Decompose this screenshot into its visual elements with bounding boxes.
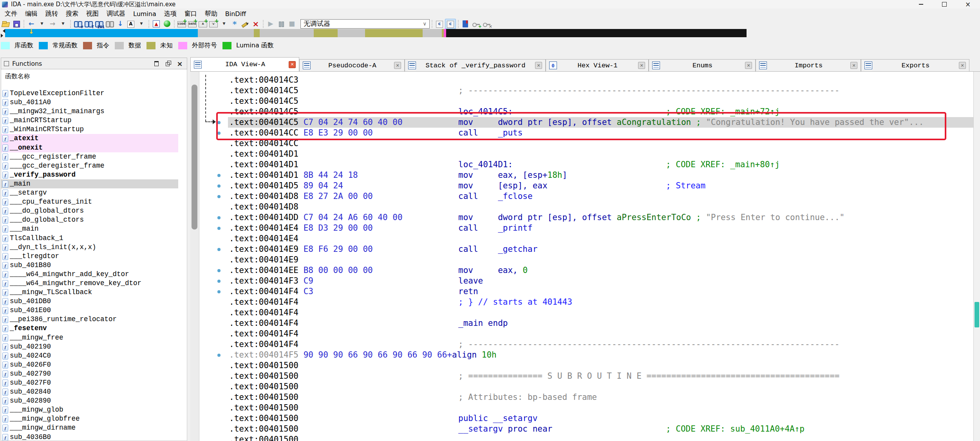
search-names-icon[interactable]: # [73,19,83,29]
make-struct-icon[interactable]: 's' [208,19,219,29]
tab-close-icon[interactable]: ✕ [638,62,645,69]
tab-pseudocode-a[interactable]: Pseudocode-A✕ [299,59,405,71]
function-row[interactable]: f_WinMainCRTStartup [1,125,178,134]
function-row[interactable]: fsub_401DB0 [1,297,178,306]
disasm-row[interactable]: .text:00401500; =============== S U B R … [190,371,980,381]
tab-close-icon[interactable]: ✕ [850,62,857,69]
function-row[interactable]: f__onexit [1,143,178,152]
function-row[interactable]: f___tlregdtor [1,252,178,261]
disasm-row[interactable]: .text:00401500; Attributes: bp-based fra… [190,392,980,403]
make-ascii-icon[interactable]: A [198,19,208,29]
tab-close-icon[interactable]: ✕ [959,62,966,69]
function-row[interactable]: fTopLevelExceptionFilter [1,89,178,98]
debug-stop-icon[interactable]: ■ [287,19,297,29]
navband-segment[interactable] [338,29,365,37]
problems-icon[interactable]: ▲ [151,19,161,29]
tab-stack-of-verify-password[interactable]: Stack of _verify_password✕ [405,59,546,71]
open-file-icon[interactable] [1,19,11,29]
function-row[interactable]: f___cpu_features_init [1,197,178,206]
jump-address-icon[interactable]: ↓ [115,19,125,29]
continue-process-icon[interactable]: c [445,19,456,29]
tab-close-icon[interactable]: ✕ [745,62,752,69]
navband-segment[interactable] [446,29,747,37]
disasm-row[interactable]: .text:004014F5 90 90 90 66 90 66 90 66 9… [190,350,980,360]
function-row[interactable]: f___gcc_deregister_frame [1,161,178,170]
menu-item-文件[interactable]: 文件 [1,9,21,19]
tab-close-icon[interactable]: ✕ [394,62,401,69]
navigation-band[interactable]: ↓ [0,28,980,38]
make-unknown-icon[interactable]: * [230,19,240,29]
menu-item-调试器[interactable]: 调试器 [103,9,129,19]
function-row[interactable]: f__pei386_runtime_relocator [1,315,178,324]
disasm-row[interactable]: .text:004014D5 89 04 24mov [esp], eax; S… [190,181,980,191]
make-code-icon[interactable]: CODE [177,19,187,29]
tab-close-icon[interactable]: ✕ [535,62,542,69]
navband-right-arrow-icon[interactable] [1,34,5,38]
function-row[interactable]: fsub_4036B0 [1,433,178,441]
function-row[interactable]: fsub_4011A0 [1,98,178,107]
disasm-row[interactable]: .text:00401500 [190,434,980,441]
panel-splitter[interactable] [187,54,190,441]
disasm-row[interactable]: .text:004014D8 E8 27 2A 00 00call _fclos… [190,191,980,202]
disasm-row[interactable]: .text:004014C5; ------------------------… [190,85,980,96]
function-row[interactable]: f___do_global_dtors [1,206,178,215]
nav-back-icon[interactable]: ← [26,19,36,29]
navband-segment[interactable] [365,29,423,37]
function-row[interactable]: fsub_402890 [1,396,178,405]
disasm-row[interactable]: .text:004014F4 [190,329,980,339]
function-row[interactable]: f___gcc_register_frame [1,152,178,161]
make-data-icon[interactable]: DATA [187,19,197,29]
debugger-selector[interactable]: 无调试器∨ [300,19,430,29]
disasm-row[interactable]: .text:004014F4 C3retn [190,286,980,297]
function-row[interactable]: fsub_402790 [1,369,178,378]
nav-forward-dropdown-icon[interactable]: ▼ [58,19,68,29]
debug-run-icon[interactable]: ▶ [266,19,276,29]
navband-segment[interactable] [254,29,260,37]
edit-pencil-icon[interactable] [240,19,250,29]
maximize-button[interactable] [939,1,949,8]
menu-item-编辑[interactable]: 编辑 [21,9,42,19]
delete-icon[interactable]: × [251,19,261,29]
function-row[interactable]: f___mingw_TLScallback [1,288,178,297]
nav-back-dropdown-icon[interactable]: ▼ [37,19,47,29]
tab-ida-view-a[interactable]: IDA View-A✕ [190,57,299,71]
function-row[interactable]: fsub_401B80 [1,261,178,270]
function-row[interactable]: fsub_4026F0 [1,360,178,369]
function-row[interactable]: f_main [1,179,178,188]
function-row[interactable]: f__mingw32_init_mainargs [1,107,178,116]
function-row[interactable]: f___mingw_dirname [1,423,178,432]
make-dropdown-icon[interactable]: ▼ [219,19,229,29]
navband-left-arrow-icon[interactable] [1,29,5,33]
type-library-icon[interactable] [461,19,471,29]
key-add-icon[interactable]: + [471,19,481,29]
disasm-row[interactable]: .text:004014F4; } // starts at 401443 [190,297,980,307]
panel-float-icon[interactable] [165,60,171,67]
panel-maximize-icon[interactable] [153,60,159,67]
close-button[interactable]: × [963,1,973,8]
disasm-row[interactable]: .text:004014C5 [190,96,980,107]
tab-enums[interactable]: Enums✕ [649,59,756,71]
debug-pause-icon[interactable] [276,19,286,29]
function-row[interactable]: fsub_402840 [1,387,178,396]
tab-exports[interactable]: Exports✕ [861,59,969,71]
function-row[interactable]: f___mingw_globfree [1,414,178,423]
disasm-row[interactable]: .text:004014E9 E8 F6 29 00 00call _getch… [190,244,980,255]
disasm-row[interactable]: .text:004014C3 [190,75,980,85]
window-right-scrollbar[interactable] [973,72,980,441]
tab-hex-view-1[interactable]: 0Hex View-1✕ [546,59,649,71]
disasm-row[interactable]: .text:00401500 [190,403,980,413]
disasm-row[interactable]: .text:004014D1loc_4014D1:; CODE XREF: _m… [190,159,980,170]
disasm-row[interactable]: .text:004014DD C7 04 24 A6 60 40 00mov d… [190,212,980,223]
ascii-dropdown-icon[interactable]: ▼ [136,19,146,29]
disasm-row[interactable]: .text:004014F3 C9leave [190,276,980,286]
navband-segment[interactable] [260,29,314,37]
disasm-row[interactable]: .text:00401500 [190,381,980,392]
function-row[interactable]: f__dyn_tls_init(x,x,x) [1,243,178,252]
function-row[interactable]: f___mingw_free [1,333,178,342]
disasm-row[interactable]: .text:004014E9 [190,255,980,265]
function-row[interactable]: f____w64_mingwthr_remove_key_dtor [1,279,178,288]
function-row[interactable]: f_fesetenv [1,324,178,333]
disasm-row[interactable]: .text:004014E4 E8 D3 29 00 00call _print… [190,223,980,233]
disasm-row[interactable]: .text:004014EE B8 00 00 00 00mov eax, 0 [190,265,980,276]
lumina-ball-icon[interactable] [162,19,172,29]
